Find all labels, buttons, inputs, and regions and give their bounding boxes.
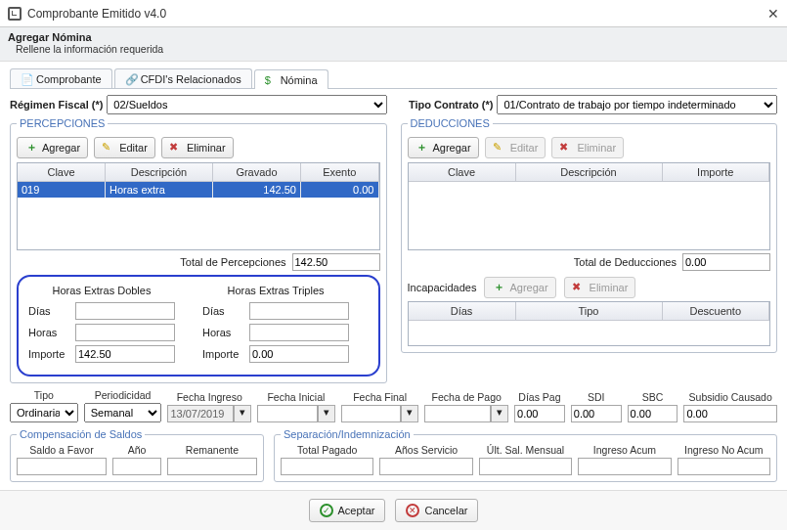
datepicker-icon[interactable]: ▾ [318,405,335,422]
dialog-footer: ✓Aceptar ✕Cancelar [0,490,787,530]
subheader: Agregar Nómina Rellene la información re… [0,27,787,62]
tabstrip: 📄Comprobante 🔗CFDI's Relacionados $Nómin… [10,67,777,89]
he-t-horas[interactable] [249,324,349,341]
col-desc: Descripción [516,163,663,181]
he-t-importe[interactable] [249,345,349,363]
total-pagado[interactable] [281,458,373,475]
check-icon: ✓ [320,504,333,517]
deduc-total-label: Total de Deducciones [574,256,677,268]
title-bar: Comprobante Emitido v4.0 ✕ [0,0,787,27]
subheader-desc: Rellene la información requerida [16,43,779,55]
datepicker-icon[interactable]: ▾ [234,405,251,422]
tab-comprobante[interactable]: 📄Comprobante [10,68,112,88]
deduc-add-button[interactable]: ＋Agregar [408,137,479,158]
document-icon: 📄 [21,73,32,85]
regimen-label: Régimen Fiscal (*) [10,99,103,111]
deduc-del-button: ✖Eliminar [551,137,624,158]
deducciones-legend: DEDUCCIONES [408,117,493,129]
deducciones-fieldset: DEDUCCIONES ＋Agregar ✎Editar ✖Eliminar C… [401,117,778,353]
percepciones-legend: PERCEPCIONES [17,117,108,129]
periodicidad-select[interactable]: Semanal [84,403,162,422]
datepicker-icon[interactable]: ▾ [491,405,508,422]
datepicker-icon[interactable]: ▾ [401,405,418,422]
he-d-horas[interactable] [75,324,175,341]
delete-icon: ✖ [559,141,573,155]
compensacion-fieldset: Compensación de Saldos Saldo a Favor Año… [10,428,264,482]
edit-icon: ✎ [102,141,115,155]
sbc-input[interactable] [628,405,678,422]
fecha-pago[interactable] [424,405,491,422]
he-d-dias[interactable] [75,302,175,320]
deduc-grid[interactable]: Clave Descripción Importe [408,162,771,250]
col-tipo: Tipo [516,302,663,320]
ingreso-no-acum[interactable] [678,458,770,475]
ult-sal-mensual[interactable] [479,458,572,475]
he-triples-title: Horas Extras Triples [202,285,349,296]
ingreso-acum[interactable] [578,458,671,475]
fecha-final[interactable] [341,405,402,422]
tab-cfdis[interactable]: 🔗CFDI's Relacionados [114,68,252,88]
tipocontrato-label: Tipo Contrato (*) [409,99,494,111]
incap-add-button: ＋Agregar [484,277,555,298]
percep-total-label: Total de Percepciones [180,256,285,268]
col-desc: Descripción [106,163,213,181]
incap-grid[interactable]: Días Tipo Descuento [408,301,771,346]
delete-icon: ✖ [572,281,586,294]
cancel-button[interactable]: ✕Cancelar [395,499,478,522]
he-t-dias[interactable] [249,302,349,320]
plus-icon: ＋ [24,141,38,155]
plus-icon: ＋ [415,141,429,155]
fecha-ingreso [167,405,234,422]
link-icon: 🔗 [125,73,137,85]
saldo-favor[interactable] [17,458,107,475]
regimen-select[interactable]: 02/Sueldos [107,95,387,114]
col-ex: Exento [301,163,379,181]
accept-button[interactable]: ✓Aceptar [309,499,386,522]
percep-add-button[interactable]: ＋Agregar [17,137,88,158]
col-dias: Días [409,302,516,320]
window-title: Comprobante Emitido v4.0 [27,7,166,21]
tipo-select[interactable]: Ordinaria [10,403,78,422]
horas-extra-box: Horas Extras Dobles Días Horas Importe H… [17,275,380,377]
delete-icon: ✖ [169,141,183,155]
percep-row[interactable]: 019 Horas extra 142.50 0.00 [18,182,379,198]
fecha-inicial[interactable] [257,405,318,422]
col-imp: Importe [663,163,770,181]
he-d-importe[interactable] [75,345,175,363]
col-clave: Clave [18,163,106,181]
edit-icon: ✎ [493,141,506,155]
tab-nomina[interactable]: $Nómina [254,69,328,89]
percep-grid[interactable]: Clave Descripción Gravado Exento 019 Hor… [17,162,380,250]
incap-label: Incapacidades [408,282,477,293]
col-clave: Clave [409,163,516,181]
money-icon: $ [265,74,277,86]
deduc-edit-button: ✎Editar [485,137,547,158]
dias-pag[interactable] [514,405,565,422]
incap-del-button: ✖Eliminar [564,277,636,298]
col-desc: Descuento [663,302,770,320]
subheader-title: Agregar Nómina [8,31,779,43]
percep-del-button[interactable]: ✖Eliminar [161,137,234,158]
he-dobles-title: Horas Extras Dobles [28,285,175,296]
close-icon[interactable]: ✕ [767,6,779,22]
sdi-input[interactable] [571,405,622,422]
plus-icon: ＋ [492,281,505,294]
percep-total-value [292,253,380,271]
subsidio-causado[interactable] [683,405,777,422]
percepciones-fieldset: PERCEPCIONES ＋Agregar ✎Editar ✖Eliminar … [10,117,387,383]
anio[interactable] [112,458,161,475]
cancel-icon: ✕ [406,504,419,517]
percep-edit-button[interactable]: ✎Editar [94,137,155,158]
bottom-fields: TipoOrdinaria PeriodicidadSemanal Fecha … [10,389,777,422]
app-icon [8,7,22,21]
col-grav: Gravado [213,163,301,181]
deduc-total-value [682,253,770,271]
separacion-fieldset: Separación/Indemnización Total Pagado Añ… [274,428,777,482]
anios-servicio[interactable] [379,458,472,475]
tipocontrato-select[interactable]: 01/Contrato de trabajo por tiempo indete… [497,95,777,114]
remanente[interactable] [167,458,257,475]
